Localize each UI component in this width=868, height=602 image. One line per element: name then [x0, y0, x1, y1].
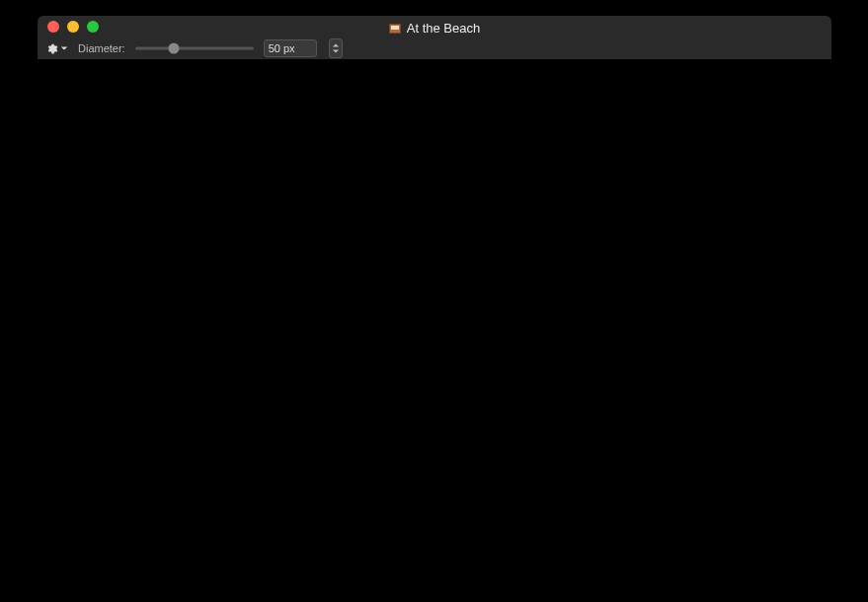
- diameter-label: Diameter:: [78, 42, 125, 54]
- window-title: At the Beach: [407, 21, 480, 36]
- close-window-button[interactable]: [47, 21, 59, 33]
- toolbar: Diameter: 50 px: [38, 38, 831, 59]
- settings-menu-button[interactable]: [45, 42, 68, 55]
- window-title-group: At the Beach: [389, 18, 480, 36]
- slider-thumb[interactable]: [169, 43, 180, 54]
- chevron-down-icon: [332, 48, 340, 54]
- diameter-slider[interactable]: [135, 41, 254, 55]
- window-controls: [47, 21, 99, 33]
- svg-rect-1: [391, 26, 399, 30]
- app-window: At the Beach Diameter: 50 px: [38, 16, 831, 59]
- minimize-window-button[interactable]: [67, 21, 79, 33]
- titlebar: At the Beach: [38, 16, 831, 38]
- zoom-window-button[interactable]: [87, 21, 99, 33]
- chevron-down-icon: [60, 44, 68, 52]
- gear-icon: [45, 42, 58, 55]
- diameter-stepper[interactable]: [329, 38, 343, 58]
- diameter-value-text: 50 px: [269, 42, 295, 54]
- document-icon: [389, 24, 401, 34]
- diameter-value-field[interactable]: 50 px: [264, 39, 317, 57]
- slider-track: [135, 47, 254, 50]
